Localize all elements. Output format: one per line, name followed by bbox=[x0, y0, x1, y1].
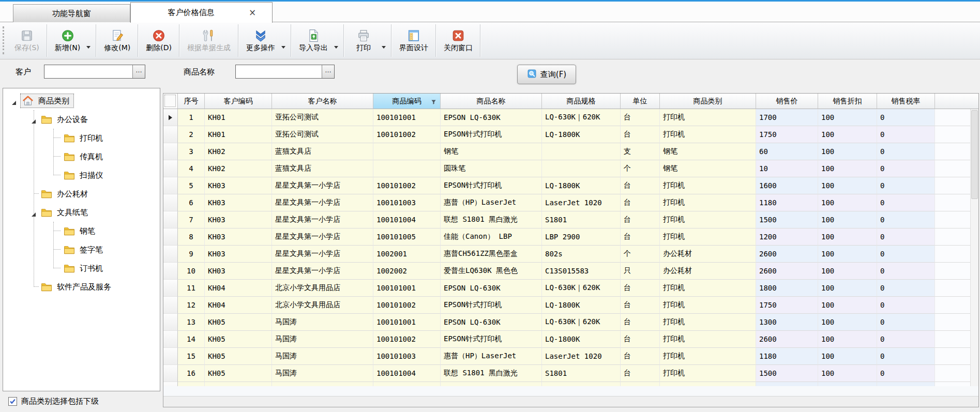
table-cell[interactable]: 3 bbox=[178, 143, 205, 160]
table-cell[interactable]: 1500 bbox=[756, 365, 818, 382]
row-indicator[interactable] bbox=[163, 348, 178, 365]
table-cell[interactable]: 亚拓公司测试 bbox=[272, 126, 373, 143]
table-cell[interactable]: 打印机 bbox=[660, 177, 756, 194]
row-indicator[interactable] bbox=[163, 228, 178, 246]
table-cell[interactable] bbox=[542, 143, 621, 160]
tree-item-office-consumables[interactable]: 办公耗材 bbox=[3, 185, 160, 203]
table-cell[interactable]: KH03 bbox=[205, 211, 272, 228]
tree-node-content[interactable]: 签字笔 bbox=[62, 243, 107, 256]
table-cell[interactable]: 台 bbox=[621, 348, 660, 365]
table-cell[interactable]: 办公耗材 bbox=[660, 263, 756, 280]
table-cell[interactable]: 0 bbox=[877, 126, 935, 143]
table-cell[interactable]: 0 bbox=[877, 365, 935, 382]
table-cell[interactable]: 100101005 bbox=[373, 382, 441, 386]
table-cell[interactable]: 17 bbox=[178, 382, 205, 386]
table-cell[interactable]: 1002002 bbox=[373, 263, 441, 280]
table-cell[interactable]: 1002001 bbox=[373, 246, 441, 263]
table-cell[interactable]: 0 bbox=[877, 109, 935, 126]
table-cell[interactable]: 100 bbox=[818, 194, 877, 211]
table-row[interactable]: 2KH01亚拓公司测试100101002EPSON针式打印机LQ-1800K台打… bbox=[163, 126, 978, 143]
table-cell[interactable]: 钢笔 bbox=[660, 143, 756, 160]
vertical-scrollbar-thumb[interactable] bbox=[971, 110, 978, 199]
row-indicator[interactable] bbox=[163, 263, 178, 280]
table-cell[interactable]: 打印机 bbox=[660, 194, 756, 211]
table-cell[interactable]: 佳能（Canon） LBP bbox=[441, 382, 542, 386]
table-cell[interactable]: LQ-630K｜620K bbox=[542, 314, 621, 331]
close-window-button[interactable]: 关闭窗口 bbox=[438, 29, 479, 53]
dropdown-arrow-icon[interactable] bbox=[334, 46, 338, 49]
tree-item-software-products-services[interactable]: 软件产品及服务 bbox=[3, 278, 160, 296]
table-cell[interactable]: 100101002 bbox=[373, 126, 441, 143]
table-cell[interactable]: 台 bbox=[621, 109, 660, 126]
column-header-5[interactable]: 商品名称 bbox=[441, 94, 542, 109]
table-cell[interactable]: KH04 bbox=[205, 280, 272, 297]
table-cell[interactable]: 1 bbox=[178, 109, 205, 126]
table-cell[interactable]: 7 bbox=[178, 211, 205, 228]
table-cell[interactable]: KH04 bbox=[205, 297, 272, 314]
table-cell[interactable]: 100101003 bbox=[373, 194, 441, 211]
table-cell[interactable]: KH05 bbox=[205, 314, 272, 331]
table-row[interactable]: 7KH03星星文具第一小学店100101004联想 S1801 黑白激光S180… bbox=[163, 211, 978, 228]
table-cell[interactable]: KH02 bbox=[205, 143, 272, 160]
tree-node-content[interactable]: 文具纸笔 bbox=[39, 206, 92, 219]
table-cell[interactable]: 支 bbox=[621, 143, 660, 160]
table-cell[interactable]: 100 bbox=[818, 143, 877, 160]
table-cell[interactable]: 100 bbox=[818, 348, 877, 365]
table-cell[interactable]: 100 bbox=[818, 228, 877, 246]
customer-input[interactable] bbox=[44, 65, 132, 78]
table-cell[interactable]: 联想 S1801 黑白激光 bbox=[441, 365, 542, 382]
table-cell[interactable]: 1180 bbox=[756, 348, 818, 365]
table-cell[interactable]: 打印机 bbox=[660, 348, 756, 365]
table-cell[interactable]: LaserJet 1020 bbox=[542, 348, 621, 365]
tree-node-content[interactable]: 办公耗材 bbox=[39, 188, 92, 201]
table-cell[interactable]: KH03 bbox=[205, 228, 272, 246]
table-cell[interactable]: 北京小学文具用品店 bbox=[272, 297, 373, 314]
table-cell[interactable]: 打印机 bbox=[660, 382, 756, 386]
table-cell[interactable]: 钢笔 bbox=[441, 143, 542, 160]
table-cell[interactable]: 100 bbox=[818, 177, 877, 194]
table-cell[interactable]: EPSON针式打印机 bbox=[441, 331, 542, 348]
table-cell[interactable]: 1000 bbox=[756, 382, 818, 386]
tree-node-content[interactable]: 商品类别 bbox=[21, 94, 73, 108]
table-cell[interactable]: KH05 bbox=[205, 348, 272, 365]
table-cell[interactable]: 马国涛 bbox=[272, 314, 373, 331]
tree-expander-icon[interactable] bbox=[11, 98, 17, 108]
tree-item-gel-pen[interactable]: 签字笔 bbox=[3, 240, 160, 259]
grid-corner-cell[interactable] bbox=[163, 94, 178, 109]
tree-item-office-equipment[interactable]: 办公设备 bbox=[3, 110, 160, 129]
table-cell[interactable]: 佳能（Canon） LBP bbox=[441, 228, 542, 246]
table-row[interactable]: 4KH02蓝猫文具店圆珠笔个钢笔101000 bbox=[163, 160, 978, 177]
table-cell[interactable]: 个 bbox=[621, 382, 660, 386]
dropdown-arrow-icon[interactable] bbox=[382, 46, 386, 49]
table-cell[interactable]: 台 bbox=[621, 280, 660, 297]
close-icon[interactable]: × bbox=[247, 7, 258, 18]
table-cell[interactable]: KH03 bbox=[205, 194, 272, 211]
table-cell[interactable]: LQ-630K｜620K bbox=[542, 280, 621, 297]
table-cell[interactable] bbox=[373, 143, 441, 160]
table-cell[interactable]: 12 bbox=[178, 297, 205, 314]
table-cell[interactable]: 802s bbox=[542, 246, 621, 263]
table-cell[interactable]: 台 bbox=[621, 211, 660, 228]
table-cell[interactable]: 打印机 bbox=[660, 365, 756, 382]
table-cell[interactable]: 6 bbox=[178, 194, 205, 211]
row-indicator[interactable] bbox=[163, 211, 178, 228]
table-row[interactable]: 16KH05马国涛100101004联想 S1801 黑白激光S1801台打印机… bbox=[163, 365, 978, 382]
table-cell[interactable]: 打印机 bbox=[660, 211, 756, 228]
table-cell[interactable]: 亚拓公司测试 bbox=[272, 109, 373, 126]
tree-item-pen[interactable]: 钢笔 bbox=[3, 222, 160, 240]
table-cell[interactable]: 100101002 bbox=[373, 177, 441, 194]
table-cell[interactable]: 100 bbox=[818, 246, 877, 263]
table-cell[interactable]: 星星文具第一小学店 bbox=[272, 194, 373, 211]
table-cell[interactable]: 2600 bbox=[756, 331, 818, 348]
table-cell[interactable]: 100 bbox=[818, 109, 877, 126]
save-button[interactable]: 保存(S) bbox=[8, 29, 46, 53]
table-cell[interactable]: 0 bbox=[877, 160, 935, 177]
table-row[interactable]: 10KH03星星文具第一小学店1002002爱普生LQ630K 黑色色C13S0… bbox=[163, 263, 978, 280]
table-cell[interactable]: 0 bbox=[877, 246, 935, 263]
table-cell[interactable]: 100 bbox=[818, 263, 877, 280]
tree-item-printer[interactable]: 打印机 bbox=[3, 129, 160, 147]
table-cell[interactable]: C13S015583 bbox=[542, 263, 621, 280]
table-row[interactable]: 11KH04北京小学文具用品店100101001EPSON LQ-630KLQ-… bbox=[163, 280, 978, 297]
table-cell[interactable]: 0 bbox=[877, 331, 935, 348]
column-header-8[interactable]: 商品类别 bbox=[660, 94, 756, 109]
